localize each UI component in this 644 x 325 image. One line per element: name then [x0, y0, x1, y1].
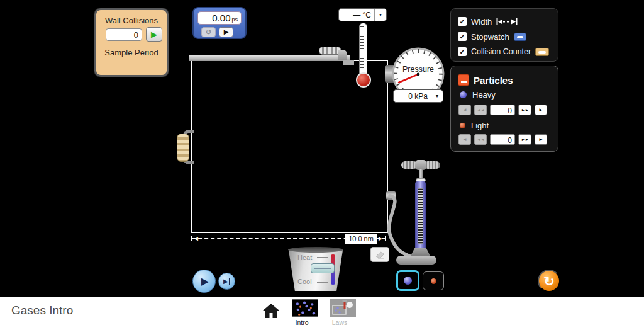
home-icon: [263, 304, 279, 318]
collision-counter-title: Wall Collisions: [96, 16, 167, 25]
stopwatch-checkbox-label: Stopwatch: [471, 32, 509, 42]
temperature-dropdown[interactable]: — °C ▼: [338, 8, 387, 21]
tools-panel: ✓ Width ✓ Stopwatch ✓ Collision Counter: [450, 8, 558, 62]
cool-label: Cool: [297, 278, 312, 285]
stopwatch-display: 0.00ps: [197, 11, 242, 25]
ruler-left-arrow-icon: ◄: [193, 235, 199, 242]
play-icon: ▶: [151, 30, 157, 39]
thermometer-bulb: [356, 72, 371, 88]
pressure-value: 0 kPa: [394, 90, 431, 102]
light-particle-icon: [460, 123, 465, 128]
stopwatch-mini-icon: [514, 33, 526, 41]
reset-icon: ↺: [206, 28, 211, 36]
heavy-label: Heavy: [472, 90, 496, 100]
width-checkbox[interactable]: ✓: [458, 17, 467, 26]
pump-gauge-window: [418, 188, 423, 244]
right-arrow-icon: ►: [535, 135, 547, 144]
stopwatch-reset-button[interactable]: ↺: [201, 27, 216, 37]
double-right-arrow-icon: ►►: [519, 105, 531, 115]
stopwatch-unit: ps: [231, 16, 238, 23]
left-arrow-icon: ◄: [459, 105, 470, 115]
ruler-left-bar: [191, 236, 192, 241]
step-bar-icon: [229, 278, 231, 285]
laws-thumbnail: [330, 299, 356, 317]
heavy-particle-icon: [460, 91, 467, 98]
heavy-step-up-button[interactable]: ►: [535, 105, 547, 115]
cool-tick: [317, 282, 328, 283]
sim-title: Gases Intro: [11, 304, 73, 317]
heavy-step-down-button[interactable]: ◄: [458, 105, 471, 115]
intro-thumbnail: [292, 299, 318, 317]
chevron-down-icon: ▼: [375, 9, 386, 21]
reset-all-icon: ↻: [543, 274, 555, 288]
collision-counter-checkbox[interactable]: ✓: [458, 47, 467, 56]
collision-counter-checkbox-label: Collision Counter: [471, 47, 531, 56]
play-icon: ▶: [201, 276, 209, 287]
sample-period-label: Sample Period: [96, 48, 167, 57]
play-icon: ▶: [223, 278, 228, 285]
screen-button-laws[interactable]: Laws: [326, 299, 358, 325]
light-count-field[interactable]: 0: [490, 134, 515, 145]
light-page-down-button[interactable]: ◄◄: [474, 134, 487, 145]
lid-handle-elbow: [338, 50, 347, 60]
stopwatch-play-button[interactable]: ▶: [219, 27, 233, 37]
heat-label: Heat: [297, 254, 312, 261]
light-label: Light: [471, 121, 489, 130]
heavy-page-down-button[interactable]: ◄◄: [474, 105, 487, 115]
intro-screen-label: Intro: [283, 319, 321, 325]
light-page-up-button[interactable]: ►►: [518, 134, 531, 145]
screen-button-intro[interactable]: Intro: [289, 299, 321, 325]
pump-base: [396, 256, 436, 265]
stopwatch-checkbox[interactable]: ✓: [458, 32, 467, 41]
navigation-bar: Gases Intro Intro: [0, 297, 644, 325]
collision-counter-play-button[interactable]: ▶: [146, 27, 162, 42]
simulation-stage: Wall Collisions 0 ▶ Sample Period 10 ps …: [0, 0, 644, 325]
stopwatch[interactable]: 0.00ps ↺ ▶: [192, 7, 247, 39]
double-left-arrow-icon: ◄◄: [475, 105, 486, 115]
play-pause-button[interactable]: ▶: [192, 270, 216, 293]
heat-tick: [317, 257, 328, 258]
reset-all-button[interactable]: ↻: [538, 270, 560, 292]
width-checkbox-label: Width: [471, 17, 492, 26]
light-particle-icon: [431, 278, 436, 284]
chevron-down-icon: ▼: [431, 90, 443, 102]
width-readout: 10.0 nm: [345, 234, 377, 244]
laws-screen-label: Laws: [321, 319, 358, 325]
particles-title: Particles: [474, 75, 513, 86]
container-lid[interactable]: [189, 55, 350, 61]
light-particle-toggle[interactable]: [423, 271, 444, 290]
stopwatch-time: 0.00: [212, 13, 230, 23]
width-arrows-icon: [496, 18, 518, 25]
gauge-label: Pressure: [402, 65, 434, 74]
collapse-panel-button[interactable]: [458, 74, 469, 86]
heavy-particle-icon: [404, 277, 412, 285]
thermometer-tube: [359, 23, 367, 79]
thermometer-ticks: [360, 26, 364, 76]
collision-counter-panel[interactable]: Wall Collisions 0 ▶ Sample Period 10 ps …: [94, 8, 169, 77]
collision-count-display: 0: [106, 28, 142, 41]
play-icon: ▶: [224, 28, 229, 35]
gauge-hub: [417, 73, 420, 76]
right-arrow-icon: ►: [535, 105, 547, 115]
double-left-arrow-icon: ◄◄: [475, 135, 486, 144]
bucket-rim: [288, 247, 343, 253]
heavy-count-field[interactable]: 0: [490, 105, 515, 115]
left-arrow-icon: ◄: [459, 135, 470, 144]
light-step-up-button[interactable]: ►: [535, 134, 547, 145]
home-button[interactable]: [262, 304, 280, 319]
heater-cooler-bucket: Heat Cool: [287, 247, 345, 291]
light-step-down-button[interactable]: ◄: [458, 134, 471, 145]
minus-icon: [461, 81, 467, 83]
temperature-value: — °C: [339, 9, 374, 21]
particles-panel: Particles Heavy ◄ ◄◄ 0 ►► ► Light ◄ ◄◄ 0…: [450, 66, 558, 152]
heavy-page-up-button[interactable]: ►►: [518, 105, 531, 115]
pressure-units-dropdown[interactable]: 0 kPa ▼: [393, 89, 443, 103]
container-lid-edge: [343, 60, 354, 65]
step-forward-button[interactable]: ▶: [218, 273, 235, 290]
collision-counter-mini-icon: [535, 48, 549, 56]
resize-handle-grip[interactable]: [177, 134, 189, 162]
heavy-particle-toggle-selected[interactable]: [396, 270, 419, 291]
heater-slider-handle[interactable]: [311, 263, 335, 273]
double-right-arrow-icon: ►►: [519, 135, 531, 144]
